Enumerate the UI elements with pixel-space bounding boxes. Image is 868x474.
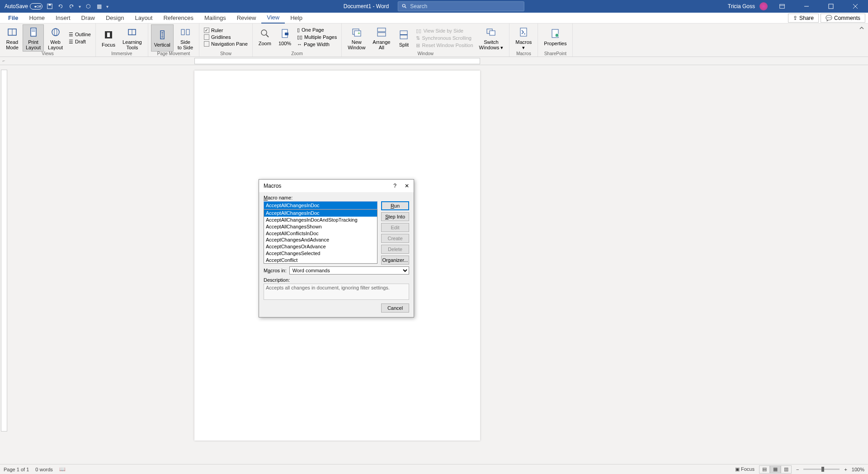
spell-check-icon[interactable]: 📖 <box>59 466 66 472</box>
page-width-button[interactable]: ↔Page Width <box>295 41 339 47</box>
share-button[interactable]: ⇪Share <box>788 14 819 23</box>
list-item[interactable]: AcceptChangesSelected <box>264 250 377 257</box>
zoom-out-button[interactable]: − <box>796 467 799 472</box>
nav-pane-checkbox[interactable]: Navigation Pane <box>202 41 250 47</box>
list-item[interactable]: AcceptChangesOrAdvance <box>264 243 377 250</box>
dialog-close-button[interactable]: ✕ <box>405 183 409 189</box>
one-page-button[interactable]: ▯One Page <box>295 27 339 33</box>
ribbon-display-icon[interactable] <box>772 0 792 13</box>
step-into-button[interactable]: Step Into <box>381 212 409 221</box>
tab-mailings[interactable]: Mailings <box>199 13 231 24</box>
zoom-level[interactable]: 100% <box>852 467 864 472</box>
list-item[interactable]: AcceptAllChangesInDocAndStopTracking <box>264 217 377 223</box>
zoom-in-button[interactable]: + <box>844 467 847 472</box>
maximize-button[interactable] <box>821 0 841 13</box>
close-button[interactable] <box>845 0 865 13</box>
read-mode-button[interactable]: Read Mode <box>3 24 22 52</box>
switch-windows-button[interactable]: Switch Windows ▾ <box>476 24 507 52</box>
web-layout-button[interactable]: Web Layout <box>45 24 66 52</box>
list-item[interactable]: AcceptChangesAndAdvance <box>264 237 377 243</box>
qat-icon-2[interactable]: ▦ <box>95 3 103 10</box>
tab-view[interactable]: View <box>261 13 285 24</box>
comments-button[interactable]: 💬Comments <box>821 14 865 23</box>
group-zoom: Zoom 100% ▯One Page ▯▯Multiple Pages ↔Pa… <box>253 24 342 57</box>
svg-point-16 <box>54 28 57 36</box>
tab-home[interactable]: Home <box>24 13 50 24</box>
tab-references[interactable]: References <box>158 13 198 24</box>
zoom-button[interactable]: Zoom <box>255 24 274 49</box>
macro-name-input[interactable] <box>264 201 377 209</box>
gridlines-checkbox[interactable]: Gridlines <box>202 34 250 40</box>
collapse-ribbon-button[interactable] <box>855 24 868 57</box>
list-item[interactable]: AcceptAllConflictsInDoc <box>264 230 377 237</box>
learning-tools-button[interactable]: Learning Tools <box>119 24 145 52</box>
new-window-button[interactable]: + New Window <box>344 24 368 52</box>
save-icon[interactable] <box>46 3 53 10</box>
side-to-side-icon <box>179 26 192 38</box>
focus-button[interactable]: Focus <box>99 24 118 52</box>
read-mode-view-icon[interactable]: ▤ <box>759 465 770 474</box>
list-item[interactable]: AcceptAllChangesInDoc <box>264 210 377 217</box>
zoom-slider[interactable] <box>803 469 840 470</box>
page-indicator[interactable]: Page 1 of 1 <box>4 467 29 472</box>
draft-button[interactable]: ☰Draft <box>67 38 93 45</box>
tab-help[interactable]: Help <box>285 13 308 24</box>
learning-tools-icon <box>126 26 138 38</box>
macros-button[interactable]: Macros▾ <box>512 24 535 52</box>
dialog-titlebar[interactable]: Macros ? ✕ <box>259 180 414 192</box>
cancel-button[interactable]: Cancel <box>381 303 409 313</box>
svg-rect-27 <box>285 33 288 35</box>
minimize-button[interactable] <box>797 0 816 13</box>
group-immersive: Focus Learning Tools Immersive <box>96 24 148 57</box>
user-name[interactable]: Tricia Goss <box>728 3 755 9</box>
organizer-button[interactable]: Organizer... <box>381 256 409 265</box>
arrange-all-icon <box>375 26 388 38</box>
undo-icon[interactable] <box>57 3 64 10</box>
list-item[interactable]: AcceptAllChangesShown <box>264 223 377 230</box>
tab-draw[interactable]: Draw <box>76 13 100 24</box>
group-views: Read Mode Print Layout Web Layout ☰Outli… <box>0 24 96 57</box>
split-button[interactable]: Split <box>394 24 413 52</box>
macro-list[interactable]: AcceptAllChangesInDoc AcceptAllChangesIn… <box>264 209 377 264</box>
print-layout-view-icon[interactable]: ▦ <box>770 465 781 474</box>
tab-design[interactable]: Design <box>100 13 129 24</box>
draft-icon: ☰ <box>69 39 73 45</box>
autosave-label: AutoSave <box>5 3 28 9</box>
tab-layout[interactable]: Layout <box>129 13 158 24</box>
svg-rect-4 <box>780 5 785 9</box>
list-item[interactable]: AcceptConflict <box>264 257 377 264</box>
tab-insert[interactable]: Insert <box>50 13 76 24</box>
qat-icon-1[interactable]: ⬡ <box>85 3 92 10</box>
properties-button[interactable]: Properties <box>541 24 570 49</box>
zoom-100-button[interactable]: 100% <box>275 24 294 49</box>
document-area: Macros ? ✕ Macro name: AcceptAllChangesI… <box>0 65 868 464</box>
dialog-help-button[interactable]: ? <box>393 183 396 189</box>
vertical-ruler[interactable] <box>1 70 7 431</box>
autosave-toggle[interactable]: AutoSave ● Off <box>5 3 42 9</box>
focus-mode-button[interactable]: ▣ Focus <box>735 466 755 472</box>
tab-review[interactable]: Review <box>231 13 262 24</box>
run-button[interactable]: Run <box>381 201 409 210</box>
user-avatar[interactable] <box>760 2 768 10</box>
qat-customize-icon[interactable]: ▾ <box>106 4 108 9</box>
vertical-button[interactable]: Vertical <box>151 24 174 52</box>
horizontal-ruler[interactable] <box>194 58 480 64</box>
multiple-pages-button[interactable]: ▯▯Multiple Pages <box>295 34 339 41</box>
arrange-all-button[interactable]: Arrange All <box>369 24 393 52</box>
qat-dropdown-icon[interactable]: ▾ <box>79 4 81 9</box>
search-box[interactable]: Search <box>398 1 524 11</box>
svg-line-3 <box>405 7 406 8</box>
tab-selector[interactable]: ⌐ <box>3 58 5 63</box>
multiple-pages-icon: ▯▯ <box>297 34 302 40</box>
svg-rect-18 <box>107 33 110 37</box>
tab-file[interactable]: File <box>3 13 24 24</box>
outline-button[interactable]: ☰Outline <box>67 31 93 38</box>
side-to-side-button[interactable]: Side to Side <box>175 24 196 52</box>
redo-icon[interactable] <box>68 3 75 10</box>
word-count[interactable]: 0 words <box>35 467 53 472</box>
macros-in-select[interactable]: Word commands <box>289 266 409 275</box>
focus-icon <box>102 28 115 41</box>
ruler-checkbox[interactable]: ✓Ruler <box>202 27 250 33</box>
print-layout-button[interactable]: Print Layout <box>23 24 44 52</box>
web-layout-view-icon[interactable]: ▥ <box>781 465 792 474</box>
